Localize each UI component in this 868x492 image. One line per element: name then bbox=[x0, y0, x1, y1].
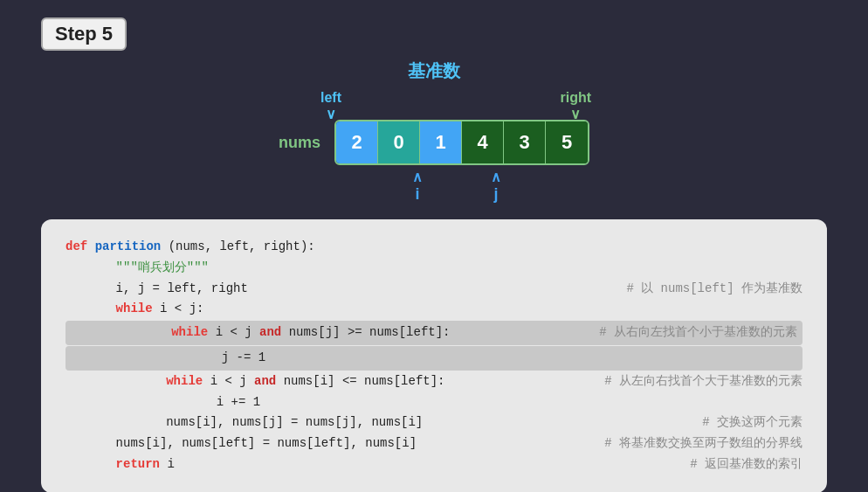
code-line-6: while i < j and nums[i] <= nums[left]: #… bbox=[65, 371, 803, 392]
top-pointers-row: left ∨ right ∨ bbox=[268, 90, 600, 116]
array-cell-0: 2 bbox=[336, 121, 378, 163]
array-cell-3: 4 bbox=[462, 121, 504, 163]
array-cell-1: 0 bbox=[378, 121, 420, 163]
left-pointer: left ∨ bbox=[320, 90, 341, 122]
code-line-9: nums[i], nums[left] = nums[left], nums[i… bbox=[65, 433, 803, 454]
code-line-2: i, j = left, right # 以 nums[left] 作为基准数 bbox=[65, 279, 803, 300]
code-line-3: while i < j: bbox=[65, 299, 803, 320]
code-line-5: j -= 1 bbox=[65, 346, 803, 371]
code-line-4: while i < j and nums[j] >= nums[left]: #… bbox=[65, 321, 803, 345]
i-pointer: ∧ i bbox=[412, 169, 423, 204]
code-line-1: """哨兵划分""" bbox=[65, 258, 803, 279]
code-line-8: nums[i], nums[j] = nums[j], nums[i] # 交换… bbox=[65, 412, 803, 433]
array-container: 2 0 1 4 3 5 bbox=[334, 120, 589, 165]
ij-pointers-row: ∧ i ∧ j bbox=[299, 169, 630, 198]
nums-label: nums bbox=[279, 134, 320, 152]
main-container: Step 5 基准数 left ∨ right ∨ nums 2 0 1 4 3 bbox=[15, 0, 853, 492]
step-badge: Step 5 bbox=[41, 17, 127, 51]
array-cell-2: 1 bbox=[420, 121, 462, 163]
right-pointer: right ∨ bbox=[560, 90, 591, 122]
array-cell-5: 5 bbox=[546, 121, 588, 163]
code-line-7: i += 1 bbox=[65, 392, 803, 413]
pivot-label: 基准数 bbox=[408, 59, 460, 83]
j-pointer: ∧ j bbox=[491, 169, 501, 204]
code-line-10: return i # 返回基准数的索引 bbox=[65, 454, 803, 475]
array-cell-4: 3 bbox=[504, 121, 546, 163]
visualization: 基准数 left ∨ right ∨ nums 2 0 1 4 3 5 bbox=[41, 59, 827, 198]
code-block: def partition (nums, left, right): """哨兵… bbox=[41, 219, 827, 492]
code-line-0: def partition (nums, left, right): bbox=[65, 237, 803, 258]
nums-row: nums 2 0 1 4 3 5 bbox=[279, 120, 589, 165]
